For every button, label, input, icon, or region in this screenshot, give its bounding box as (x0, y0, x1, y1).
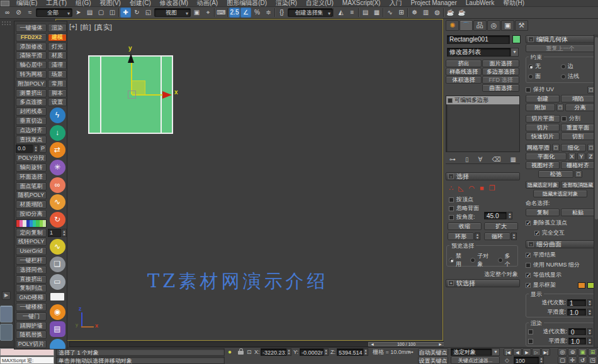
modifier-button[interactable]: 体积选择 (446, 76, 482, 84)
plugin-p-button[interactable]: P (39, 145, 47, 153)
planar-x-button[interactable]: X (568, 153, 576, 160)
show-end-result-icon[interactable]: ▯ (465, 156, 469, 163)
plugin-button[interactable]: UserGrid (16, 247, 47, 255)
app-window-icon[interactable] (1, 1, 9, 6)
ring-spinner[interactable]: ▲▼ (475, 233, 480, 240)
menu-item[interactable]: 帮助(H) (499, 0, 529, 6)
modifier-button[interactable]: 挤出 (446, 60, 482, 67)
use-pivot-center-icon[interactable]: ▣ (191, 8, 202, 18)
preserve-uv-checkbox[interactable]: 保持 UV (526, 85, 586, 94)
collapse-icon[interactable]: - (528, 241, 534, 247)
refresh-icon[interactable]: ↻ (50, 212, 65, 228)
toolbar-drag-handle[interactable] (1, 21, 11, 26)
loop-button[interactable]: 循环 (484, 233, 511, 240)
plugin-button[interactable]: 清除平滑 (16, 52, 47, 60)
subdivision-surface-rollout-header[interactable]: - 细分曲面 (526, 240, 595, 248)
gizmo-x-arrow-icon[interactable] (162, 91, 172, 99)
cage-color-swatch[interactable] (578, 282, 585, 289)
show-cage-checkbox[interactable]: 显示框架 (526, 281, 556, 289)
rectangular-selection-region-icon[interactable]: ▢ (96, 8, 106, 18)
preview-subobject-radio[interactable]: 子对象 (470, 252, 494, 268)
select-and-rotate-icon[interactable]: ↻ (132, 8, 142, 18)
environment-icon[interactable]: ◍ (432, 8, 443, 18)
plugin-button[interactable]: 一键门 (16, 312, 47, 321)
y-spinner[interactable]: ▲▼ (324, 348, 329, 356)
y-coordinate-field[interactable]: -0.0002mm (300, 348, 324, 356)
delete-isolated-vertices-checkbox[interactable]: 删除孤立顶点 (526, 219, 595, 227)
object-edge-line[interactable] (100, 57, 101, 133)
ignore-backfacing-checkbox[interactable]: 忽略背面 (449, 204, 479, 212)
key-selection-dropdown[interactable]: 选定对象 ▾ (451, 348, 500, 356)
modifier-button[interactable]: 曲面选择 (482, 84, 519, 92)
auto-key-button[interactable]: 自动关键点 (418, 348, 448, 356)
notebook-icon[interactable]: ▤ (50, 321, 65, 337)
menu-item[interactable]: Project Manager (406, 0, 461, 6)
display-smoothness-field[interactable]: 1.0 (567, 309, 586, 316)
configure-modifier-sets-icon[interactable]: ▦ (511, 156, 516, 163)
globe-icon[interactable] (50, 339, 65, 350)
frame-spinner[interactable]: ▲▼ (539, 356, 544, 364)
plugin-category-tab[interactable]: 脚本 (48, 89, 67, 97)
copy-button[interactable]: 复制 (526, 209, 560, 216)
render-smoothness-checkbox[interactable] (528, 339, 533, 344)
selection-lock-icon[interactable] (238, 351, 244, 355)
select-and-move-icon[interactable]: ✚ (120, 8, 131, 18)
select-and-scale-icon[interactable]: ◱ (143, 8, 154, 18)
tab-utilities[interactable]: ⚒ (515, 20, 528, 31)
bind-to-space-warp-icon[interactable]: ≈ (25, 8, 35, 18)
pan-icon[interactable]: ✛ (568, 356, 577, 364)
modifier-stack[interactable]: 可编辑多边形 (446, 96, 520, 152)
plugin-button[interactable]: 踢脚护墙 (16, 322, 47, 330)
by-angle-checkbox[interactable]: 按角度: (449, 213, 475, 221)
chart-icon[interactable]: ∿ (50, 194, 65, 210)
mirror-icon[interactable]: ◭ (336, 8, 346, 18)
viewport-layout-tab-2[interactable] (0, 324, 13, 341)
plugin-category-tab[interactable]: 灯光 (48, 43, 67, 51)
render-iterations-checkbox[interactable] (528, 329, 533, 334)
object-name-field[interactable]: Rectangle001 (447, 35, 510, 44)
plugin-button[interactable]: 直接挤出 (16, 275, 47, 284)
edge-subobject-icon[interactable]: ◺ (458, 184, 463, 192)
polygon-subobject-icon[interactable]: ■ (480, 184, 484, 192)
angle-value-field[interactable]: 45.0 (484, 212, 507, 219)
zoom-extents-icon[interactable]: ▣ (578, 348, 587, 356)
plugin-button[interactable]: 一键楼梯 (16, 303, 47, 311)
split-checkbox[interactable]: 分割 (561, 114, 595, 123)
modifier-button[interactable]: 多边形选择 (482, 68, 519, 75)
plugin-category-tab[interactable]: 常用 (48, 80, 67, 88)
graphite-ribbon-icon[interactable]: ▦ (371, 8, 382, 18)
previous-frame-button[interactable]: ◀ (513, 348, 522, 356)
grow-button[interactable]: 扩大 (484, 223, 518, 230)
select-by-name-icon[interactable]: ▤ (84, 8, 95, 18)
paste-button[interactable]: 粘贴 (561, 209, 595, 216)
time-slider-track[interactable]: ◄ 100 / 100 ► (69, 341, 447, 347)
quickslice-button[interactable]: 快速切片 (526, 133, 560, 140)
schematic-view-icon[interactable]: ⊞ (396, 8, 407, 18)
z-spinner[interactable]: ▲▼ (363, 348, 368, 356)
border-subobject-icon[interactable]: ◠ (468, 184, 475, 192)
play-button[interactable]: ▶ (522, 348, 531, 356)
hide-unselected-button[interactable]: 隐藏未选定对象 (533, 190, 587, 197)
plugin-button[interactable]: 转为网格 (16, 70, 47, 79)
usb-drive-icon[interactable]: ▭ (50, 274, 65, 290)
menu-item[interactable]: 视图(V) (96, 0, 125, 6)
viewport-shading-menu[interactable]: [真实] (94, 23, 112, 32)
constraint-face-radio[interactable]: 面 (528, 72, 561, 80)
go-to-start-button[interactable]: |◀ (504, 348, 512, 356)
plugin-button[interactable]: 面点笔刷 (16, 182, 47, 190)
x-spinner[interactable]: ▲▼ (286, 348, 291, 356)
slice-plane-button[interactable]: 切片平面 (526, 115, 560, 123)
unhide-all-button[interactable]: 全部取消隐藏 (561, 181, 595, 189)
attach-button[interactable]: 附加 (526, 104, 555, 111)
layer-manager-icon[interactable]: ▤ (360, 8, 371, 18)
named-selection-set-dropdown[interactable]: 创建选择集 (288, 8, 333, 17)
time-slider-handle[interactable]: ◄ 100 / 100 ► (368, 342, 444, 346)
plugin-button[interactable]: 多点连接 (16, 98, 47, 106)
menu-item[interactable]: 自定义(U) (302, 0, 338, 6)
plugin-button[interactable]: 封闭线条 (16, 108, 47, 116)
angle-spinner[interactable]: ▲▼ (507, 212, 512, 219)
zoom-extents-all-icon[interactable]: ⊞ (588, 348, 597, 356)
plugin-category-tab[interactable]: 场景 (48, 70, 67, 79)
menu-item[interactable]: LaubWerk (461, 0, 499, 6)
menu-item[interactable]: 工具(T) (42, 0, 71, 6)
